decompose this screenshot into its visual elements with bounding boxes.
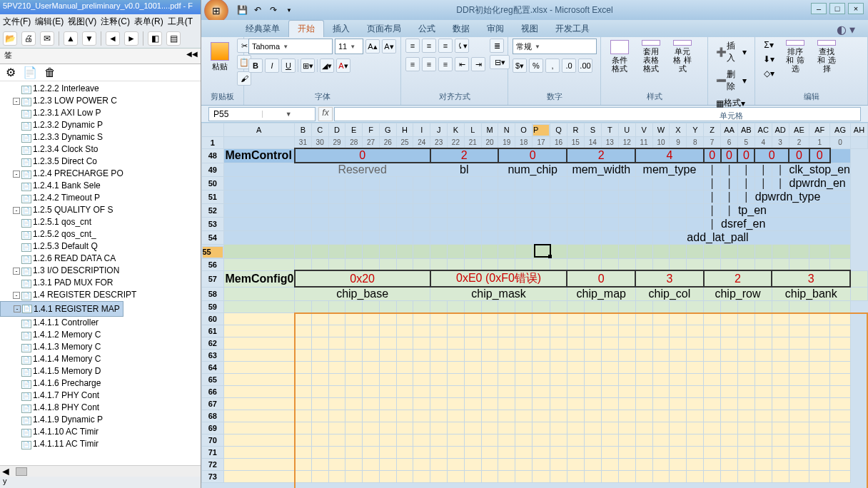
bookmark-node[interactable]: 📄1.4.1.3 Memory C — [0, 341, 201, 353]
col-header[interactable]: AE — [789, 123, 809, 137]
align-center-icon[interactable]: ≡ — [422, 57, 436, 71]
ribbon-tab-1[interactable]: 开始 — [288, 20, 324, 37]
bookmark-node[interactable]: 📄1.4.1.7 PHY Cont — [0, 390, 201, 402]
col-header[interactable]: V — [635, 123, 652, 137]
row-header[interactable]: 55 — [202, 246, 223, 258]
bm-delete-icon[interactable]: 🗑 — [44, 66, 56, 79]
fill-button[interactable]: ⬇▾ — [760, 53, 778, 66]
col-header[interactable]: Q — [550, 123, 567, 137]
row-header[interactable]: 70 — [202, 434, 224, 447]
row-header[interactable]: 72 — [202, 459, 224, 471]
bookmark-node[interactable]: 📄1.4.1.1 Controller — [0, 317, 201, 329]
row-header[interactable]: 61 — [202, 325, 224, 337]
align-left-icon[interactable]: ≡ — [405, 57, 420, 71]
row-header[interactable]: 51 — [202, 190, 224, 204]
borders-button[interactable]: ⊞▾ — [301, 59, 315, 73]
bookmark-node[interactable]: -📄1.2.5 QUALITY OF S — [0, 204, 201, 216]
number-format-select[interactable]: 常规▼ — [513, 39, 597, 54]
row-header[interactable]: 66 — [202, 386, 224, 398]
qat-more-icon[interactable]: ▼ — [283, 4, 296, 16]
row-header[interactable]: 69 — [202, 422, 224, 434]
row-header[interactable]: 65 — [202, 374, 224, 386]
row-header[interactable]: 48 — [202, 148, 224, 163]
align-middle-icon[interactable]: ≡ — [422, 39, 436, 53]
row-header[interactable]: 64 — [202, 362, 224, 374]
row-header[interactable]: 62 — [202, 337, 224, 350]
row-header[interactable]: 49 — [202, 163, 224, 177]
bookmark-node[interactable]: 📄1.3.1 PAD MUX FOR — [0, 277, 201, 289]
align-top-icon[interactable]: ≡ — [405, 39, 420, 53]
fill-color-button[interactable]: ◢▾ — [320, 59, 334, 73]
col-header[interactable]: A — [223, 123, 295, 137]
col-header[interactable]: J — [430, 123, 448, 137]
row-header[interactable]: 59 — [202, 301, 224, 313]
col-header[interactable]: B — [295, 123, 312, 137]
pdf-menu-file[interactable]: 文件(F) — [3, 16, 31, 27]
format-cells-button[interactable]: ▦格式▾ — [712, 96, 749, 111]
col-header[interactable]: W — [652, 123, 670, 137]
pdf-menu-form[interactable]: 表单(R) — [134, 16, 163, 27]
paste-button[interactable]: 粘贴 — [206, 39, 234, 74]
tool-a-icon[interactable]: ◧ — [148, 31, 162, 46]
collapse-icon[interactable]: ◀◀ — [186, 50, 198, 58]
col-header[interactable]: D — [328, 123, 345, 137]
comma-icon[interactable]: , — [545, 59, 560, 73]
bookmark-node[interactable]: 📄1.2.2.2 Interleave — [0, 83, 201, 95]
inc-decimal-icon[interactable]: .0 — [562, 59, 576, 73]
ribbon-tab-3[interactable]: 页面布局 — [358, 21, 410, 37]
autosum-button[interactable]: Σ▾ — [760, 39, 778, 51]
bookmark-tree[interactable]: 📄1.2.2.2 Interleave-📄1.2.3 LOW POWER C📄1… — [0, 81, 201, 465]
bookmark-node[interactable]: -📄1.4 REGISTER DESCRIPT — [0, 289, 201, 301]
row-header[interactable]: 73 — [202, 471, 224, 483]
tool-b-icon[interactable]: ▤ — [166, 31, 181, 46]
col-header[interactable]: Y — [687, 123, 704, 137]
col-header[interactable]: O — [515, 123, 533, 137]
col-header[interactable]: H — [396, 123, 413, 137]
redo-icon[interactable]: ↷ — [267, 4, 280, 16]
col-header[interactable]: S — [584, 123, 601, 137]
bookmark-node[interactable]: 📄1.2.6 READ DATA CA — [0, 253, 201, 265]
bookmark-node[interactable]: 📄1.2.4.2 Timeout P — [0, 192, 201, 204]
pdf-hscrollbar[interactable]: ◄ — [0, 465, 201, 477]
bookmark-node[interactable]: 📄1.2.3.3 Dynamic S — [0, 131, 201, 143]
align-right-icon[interactable]: ≡ — [438, 57, 453, 71]
bookmark-node[interactable]: -📄1.4.1 REGISTER MAP — [0, 301, 123, 317]
fx-button[interactable]: fx — [318, 107, 333, 121]
bookmark-node[interactable]: 📄1.4.1.10 AC Timir — [0, 426, 201, 438]
undo-icon[interactable]: ↶ — [251, 4, 264, 16]
row-header[interactable]: 53 — [202, 218, 224, 231]
col-header[interactable]: AG — [830, 123, 851, 137]
ribbon-tab-8[interactable]: 开发工具 — [547, 21, 598, 37]
col-header[interactable]: L — [464, 123, 481, 137]
help-icon[interactable]: ◐ ▾ — [837, 23, 855, 36]
bookmark-node[interactable]: 📄1.2.3.2 Dynamic P — [0, 119, 201, 131]
font-name-select[interactable]: Tahoma▼ — [248, 39, 333, 54]
col-header[interactable]: I — [413, 123, 430, 137]
name-box[interactable]: P55▼ — [208, 107, 316, 121]
col-header[interactable]: G — [379, 123, 396, 137]
bookmark-node[interactable]: -📄1.2.4 PRECHARGE PO — [0, 168, 201, 180]
bookmark-node[interactable]: 📄1.2.3.1 AXI Low P — [0, 107, 201, 119]
conditional-format-button[interactable]: 条件格式 — [605, 39, 634, 74]
row-header[interactable]: 1 — [202, 136, 224, 148]
col-header[interactable]: U — [618, 123, 635, 137]
bookmark-node[interactable]: 📄1.4.1.11 AC Timir — [0, 438, 201, 450]
col-header[interactable]: AA — [721, 123, 738, 137]
mail-icon[interactable]: ✉ — [40, 31, 54, 46]
currency-icon[interactable]: $▾ — [513, 59, 527, 73]
indent-inc-icon[interactable]: ⇥ — [471, 57, 485, 71]
row-header[interactable]: 71 — [202, 447, 224, 459]
ribbon-tab-7[interactable]: 视图 — [513, 21, 547, 37]
nav-up-icon[interactable]: ▲ — [64, 31, 78, 46]
bookmark-node[interactable]: 📄1.2.3.5 Direct Co — [0, 156, 201, 168]
font-size-select[interactable]: 11▼ — [335, 39, 363, 54]
shrink-font-icon[interactable]: A▾ — [382, 39, 396, 54]
col-header[interactable]: N — [498, 123, 515, 137]
col-header[interactable]: AC — [755, 123, 772, 137]
nav-down-icon[interactable]: ▼ — [82, 31, 96, 46]
worksheet-grid[interactable]: ABCDEFGHIJKLMNOPQRSTUVWXYZAAABACADAEAFAG… — [201, 123, 868, 488]
pdf-menu-comment[interactable]: 注释(C) — [101, 16, 130, 27]
col-header[interactable]: AH — [850, 123, 867, 137]
row-header[interactable]: 56 — [202, 258, 224, 270]
bookmark-node[interactable]: 📄1.4.1.9 Dynamic P — [0, 414, 201, 426]
